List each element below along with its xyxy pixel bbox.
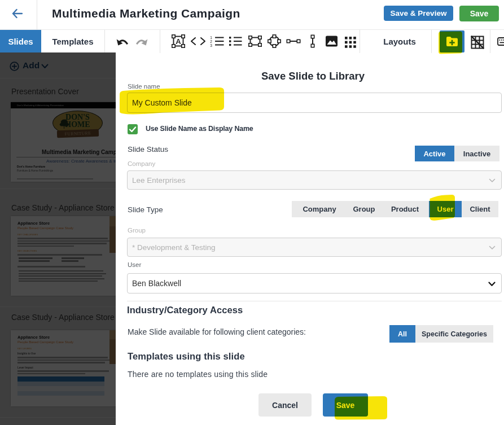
- svg-text:A: A: [176, 37, 181, 46]
- svg-text:2: 2: [210, 40, 212, 43]
- svg-text:1: 1: [210, 36, 212, 40]
- svg-text:3: 3: [210, 43, 212, 47]
